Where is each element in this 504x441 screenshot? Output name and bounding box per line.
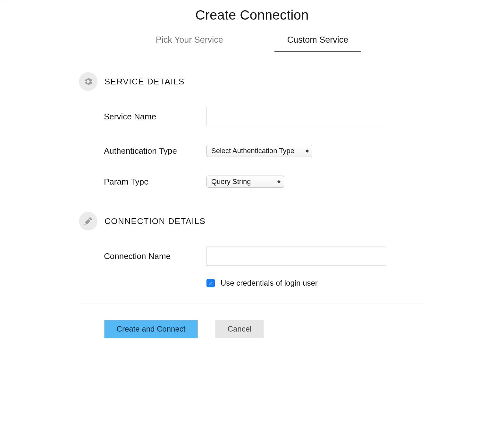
- chevron-updown-icon: [277, 180, 281, 184]
- label-service-name: Service Name: [104, 112, 206, 122]
- tabs: Pick Your Service Custom Service: [0, 32, 504, 52]
- select-param-type[interactable]: Query String: [206, 176, 284, 188]
- create-and-connect-button[interactable]: Create and Connect: [105, 320, 197, 338]
- select-authentication-type[interactable]: Select Authentication Type: [206, 145, 312, 157]
- cancel-button[interactable]: Cancel: [215, 320, 264, 338]
- section-connection-details: CONNECTION DETAILS Connection Name Use c…: [79, 204, 425, 304]
- gears-icon: [79, 72, 97, 91]
- input-connection-name[interactable]: [206, 246, 386, 266]
- label-connection-name: Connection Name: [104, 251, 206, 261]
- input-service-name[interactable]: [206, 107, 386, 126]
- section-service-details: SERVICE DETAILS Service Name Authenticat…: [79, 65, 425, 204]
- chevron-updown-icon: [306, 149, 309, 153]
- check-icon: [208, 280, 214, 286]
- select-authentication-type-value: Select Authentication Type: [211, 147, 294, 155]
- label-use-credentials: Use credentials of login user: [221, 279, 318, 288]
- checkbox-use-credentials[interactable]: [206, 279, 215, 287]
- plug-icon: [79, 212, 97, 230]
- select-param-type-value: Query String: [211, 177, 251, 186]
- page-title: Create Connection: [0, 7, 504, 23]
- label-param-type: Param Type: [104, 177, 206, 187]
- section-heading-service: SERVICE DETAILS: [105, 77, 185, 87]
- section-heading-connection: CONNECTION DETAILS: [105, 216, 206, 226]
- tab-custom-service[interactable]: Custom Service: [274, 32, 361, 52]
- label-auth-type: Authentication Type: [104, 146, 206, 156]
- tab-pick-your-service[interactable]: Pick Your Service: [143, 32, 236, 52]
